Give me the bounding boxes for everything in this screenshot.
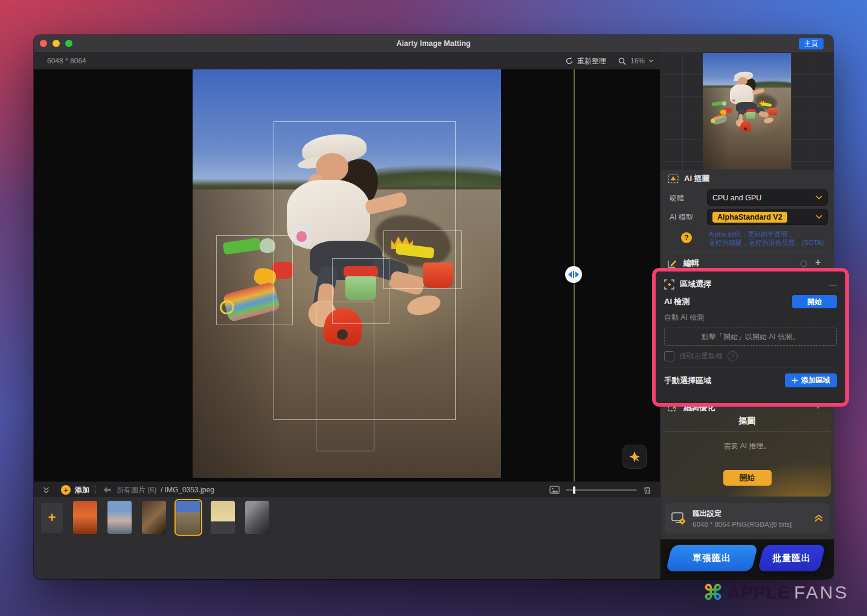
tree-clump xyxy=(754,80,791,86)
model-dropdown[interactable]: AlphaStandard V2 xyxy=(708,209,827,224)
toy-cup-sage xyxy=(722,101,726,106)
model-help-icon[interactable]: ? xyxy=(681,232,692,243)
filmstrip-toolbar: + 添加 所有圖片 (6) / IMG_0353.jpeg xyxy=(34,481,660,498)
thumbnail-child-outdoor[interactable] xyxy=(107,501,132,534)
window-title: Aiarty Image Matting xyxy=(34,35,833,52)
sparkle-icon xyxy=(628,450,641,463)
matting-card: 摳圖 需要 AI 推理。 開始 xyxy=(664,410,831,497)
chevron-down-icon xyxy=(816,215,822,219)
zoom-control[interactable]: 16% xyxy=(618,57,654,66)
preview-thumbnail[interactable] xyxy=(703,53,791,170)
ai-matting-section-header: AI 摳圖 xyxy=(668,173,710,184)
bottom-spacer xyxy=(34,538,660,579)
collapse-section-icon[interactable]: — xyxy=(829,280,837,289)
watermark-fans: FANS xyxy=(794,582,848,603)
detection-box-red-shovel xyxy=(316,302,374,451)
collapse-strip-icon[interactable] xyxy=(42,486,50,494)
refresh-icon xyxy=(565,57,574,65)
export-settings-icon xyxy=(671,511,686,526)
thumbnail-beach-selected[interactable] xyxy=(176,501,200,534)
hardware-dropdown[interactable]: CPU and GPU xyxy=(708,190,827,205)
add-image-tile[interactable]: + xyxy=(41,503,63,533)
export-settings-card[interactable]: 匯出設定 6048 * 8064 PNG(RGBA)[8 bits] xyxy=(665,503,830,533)
hardware-label: 硬體 xyxy=(670,193,684,203)
title-bar: Aiarty Image Matting 主頁 xyxy=(34,35,833,52)
checkbox-label: 僅顯示選取框 xyxy=(679,351,723,361)
current-file-name: / IMG_0353.jpeg xyxy=(161,486,214,494)
split-right-arrow-icon xyxy=(575,271,579,278)
collection-label: 所有圖片 (6) xyxy=(117,485,156,495)
thumbnail-strip: + xyxy=(34,497,667,538)
edit-reset-icon[interactable] xyxy=(799,259,808,268)
model-hint-line2: 更好的頭髮，更好的混合品質。(SOTA) xyxy=(709,238,824,247)
export-button-strip: 單張匯出 批量匯出 xyxy=(661,539,834,579)
image-canvas xyxy=(34,69,660,481)
apple-fans-watermark: ⌘ APPLE FANS xyxy=(703,580,848,605)
watermark-apple: APPLE xyxy=(727,582,790,603)
ai-matting-title: AI 摳圖 xyxy=(684,173,710,184)
thumbnail-dark-portrait[interactable] xyxy=(245,501,269,534)
region-selection-card: 區域選擇 — AI 檢測 開始 自動 AI 檢測 點擊「開始」以開始 AI 偵測… xyxy=(656,271,845,403)
thumbnail-dog[interactable] xyxy=(142,501,166,534)
magnifier-icon xyxy=(618,57,627,66)
chevron-down-icon xyxy=(648,59,654,63)
matting-title: 摳圖 xyxy=(664,416,831,427)
plus-circle-icon: + xyxy=(61,485,71,495)
detection-box-left-toys xyxy=(216,235,293,325)
ai-matting-icon xyxy=(668,174,679,183)
checkbox-help-icon[interactable]: ? xyxy=(728,351,738,361)
detect-hint-box: 點擊「開始」以開始 AI 偵測。 xyxy=(664,328,837,346)
export-batch-button[interactable]: 批量匯出 xyxy=(758,545,826,571)
toy-bucket-green xyxy=(746,112,755,119)
edit-pencil-icon xyxy=(668,258,678,268)
model-value: AlphaStandard V2 xyxy=(712,212,787,223)
app-window: Aiarty Image Matting 主頁 6048 * 8064 重新整理… xyxy=(34,35,833,579)
model-label: AI 模型 xyxy=(670,212,693,223)
manual-select-label: 手動選擇區域 xyxy=(664,375,711,386)
add-label: 添加 xyxy=(75,485,89,495)
add-region-label: 添加區域 xyxy=(801,375,830,386)
region-selection-highlight: 區域選擇 — AI 檢測 開始 自動 AI 檢測 點擊「開始」以開始 AI 偵測… xyxy=(652,268,849,407)
ai-magic-button[interactable] xyxy=(623,445,646,468)
thumbnail-size-slider[interactable] xyxy=(566,489,637,491)
slider-knob[interactable] xyxy=(573,486,575,494)
chevrons-up-icon[interactable] xyxy=(814,514,824,522)
ai-detect-start-button[interactable]: 開始 xyxy=(792,295,837,308)
edit-title: 編輯 xyxy=(683,258,699,268)
export-settings-title: 匯出設定 xyxy=(693,509,792,519)
auto-detect-label: 自動 AI 檢測 xyxy=(664,313,837,323)
refresh-control[interactable]: 重新整理 xyxy=(565,56,606,66)
compare-split-handle[interactable] xyxy=(565,266,582,283)
trash-icon[interactable] xyxy=(643,486,651,495)
model-hint: Alpha 細化，更好的半透明， 更好的頭髮，更好的混合品質。(SOTA) xyxy=(709,230,824,247)
image-dimensions: 6048 * 8064 xyxy=(47,57,86,65)
toy-shovel-red-hole xyxy=(744,127,747,130)
thumbnail-size-icon xyxy=(549,486,560,494)
model-hint-line1: Alpha 細化，更好的半透明， xyxy=(709,230,824,238)
desktop-wallpaper: Aiarty Image Matting 主頁 6048 * 8064 重新整理… xyxy=(0,0,867,616)
photo-beach-girl[interactable] xyxy=(193,69,501,478)
export-single-button[interactable]: 單張匯出 xyxy=(666,545,758,571)
edit-section-header: 編輯 xyxy=(668,258,699,268)
detection-box-right-toys xyxy=(383,230,462,289)
home-button[interactable]: 主頁 xyxy=(799,38,824,49)
region-selection-title: 區域選擇 xyxy=(680,279,711,290)
hardware-value: CPU and GPU xyxy=(712,194,761,202)
thumbnail-torii[interactable] xyxy=(73,501,97,534)
back-arrow-icon[interactable] xyxy=(103,486,112,494)
checkbox[interactable] xyxy=(664,351,674,361)
ai-detect-label: AI 檢測 xyxy=(664,296,690,307)
thumbnail-yellow-wall[interactable] xyxy=(211,501,235,534)
region-select-icon xyxy=(664,279,674,290)
toy-bucket-red xyxy=(769,108,777,115)
crosshair-plus-icon xyxy=(792,377,798,384)
add-region-button[interactable]: 添加區域 xyxy=(785,373,837,387)
add-image-button[interactable]: + 添加 xyxy=(61,485,89,495)
matting-start-button[interactable]: 開始 xyxy=(723,470,772,486)
region-selection-header: 區域選擇 — xyxy=(664,278,837,290)
refresh-label: 重新整理 xyxy=(577,56,606,66)
canvas-toolbar: 6048 * 8064 重新整理 16% xyxy=(34,52,660,69)
command-logo-icon: ⌘ xyxy=(703,580,723,605)
edit-add-icon[interactable]: + xyxy=(815,257,821,268)
matting-status: 需要 AI 推理。 xyxy=(664,441,831,451)
